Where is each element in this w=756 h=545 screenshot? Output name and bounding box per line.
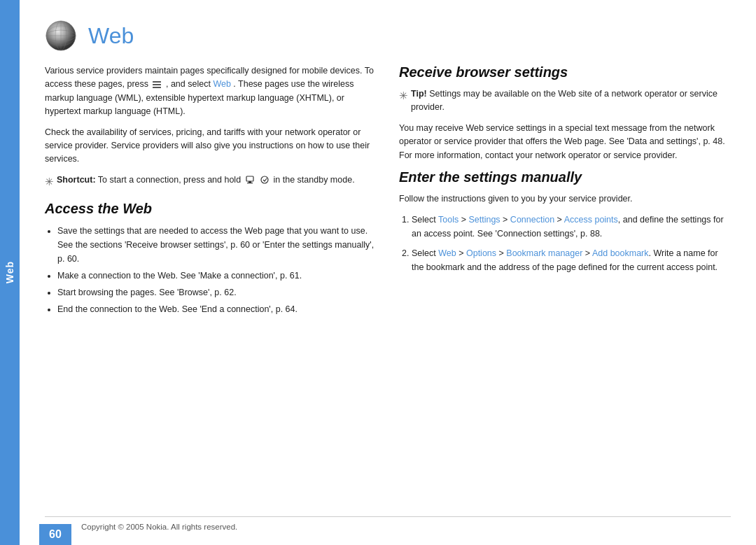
numbered-item-1: Select Tools > Settings > Connection > A… [412,213,731,241]
right-column: Receive browser settings ✳ Tip! Settings… [399,64,731,511]
tip-label: Tip! [411,89,427,99]
intro-para-1: Various service providers maintain pages… [45,64,377,119]
web-link-2[interactable]: Web [438,248,456,258]
svg-point-12 [261,176,268,183]
globe-icon [45,20,77,52]
list-item: End the connection to the Web. See 'End … [57,302,377,316]
list-item: Save the settings that are needed to acc… [57,224,377,266]
svg-rect-8 [153,87,161,88]
section2-intro: Follow the instructions given to you by … [399,192,731,206]
access-web-list: Save the settings that are needed to acc… [45,224,377,316]
numbered-item-2: Select Web > Options > Bookmark manager … [412,246,731,274]
menu-icon [152,80,162,90]
sidebar-tab: Web [0,0,20,545]
svg-rect-10 [248,181,251,183]
page-number-box: 60 [39,524,71,545]
sidebar-tab-label: Web [4,261,15,283]
page-title: Web [88,23,134,49]
svg-rect-6 [153,81,161,83]
svg-rect-7 [153,84,161,85]
footer: 60 Copyright © 2005 Nokia. All rights re… [45,516,731,531]
left-column: Various service providers maintain pages… [45,64,377,511]
copyright-text: Copyright © 2005 Nokia. All rights reser… [81,523,237,531]
settings-link[interactable]: Settings [468,215,500,225]
access-points-link[interactable]: Access points [564,215,618,225]
web-link[interactable]: Web [213,79,230,89]
standby-icon-2 [260,175,270,185]
list-item: Make a connection to the Web. See 'Make … [57,269,377,283]
tip-body-text: You may receive Web service settings in … [399,122,731,162]
columns-layout: Various service providers maintain pages… [45,64,731,511]
tip-block: ✳ Tip! Settings may be available on the … [399,87,731,115]
shortcut-label: Shortcut: [57,175,96,185]
bookmark-manager-link[interactable]: Bookmark manager [506,248,582,258]
svg-rect-11 [247,183,253,183]
enter-settings-heading: Enter the settings manually [399,169,731,185]
intro-para-2: Check the availability of services, pric… [45,126,377,167]
add-bookmark-link[interactable]: Add bookmark [592,248,649,258]
options-link[interactable]: Options [466,248,496,258]
svg-rect-9 [246,176,253,181]
access-web-heading: Access the Web [45,201,377,217]
list-item: Start browsing the pages. See 'Browse', … [57,285,377,299]
page-number: 60 [49,528,62,541]
shortcut-content: Shortcut: To start a connection, press a… [57,174,355,187]
connection-link[interactable]: Connection [510,215,554,225]
shortcut-sunburst-icon: ✳ [45,174,54,190]
tip-content: Tip! Settings may be available on the We… [411,87,731,115]
standby-icon-1 [245,175,255,185]
main-content: Web Various service providers maintain p… [20,0,756,545]
receive-settings-heading: Receive browser settings [399,64,731,80]
page-header: Web [45,20,731,52]
settings-numbered-list: Select Tools > Settings > Connection > A… [399,213,731,274]
shortcut-block: ✳ Shortcut: To start a connection, press… [45,174,377,190]
tools-link[interactable]: Tools [438,215,458,225]
tip-sunburst-icon: ✳ [399,87,408,104]
